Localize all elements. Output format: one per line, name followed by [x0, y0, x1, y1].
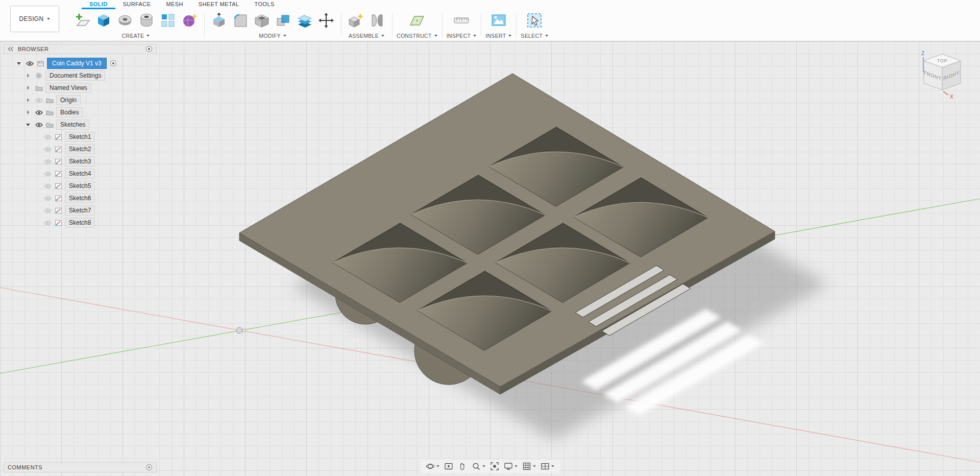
display-settings-button[interactable]: [503, 461, 518, 471]
browser-item-sketches[interactable]: Sketches: [4, 118, 157, 131]
group-label-assemble[interactable]: ASSEMBLE: [349, 32, 384, 40]
browser-item-document-settings[interactable]: Document Settings: [4, 69, 157, 82]
insert-canvas-button[interactable]: [488, 10, 509, 31]
sketch-icon: [54, 170, 62, 178]
browser-item-label[interactable]: Sketch8: [65, 218, 95, 228]
browser-item-sketch5[interactable]: Sketch5: [4, 180, 157, 192]
shell-button[interactable]: [252, 10, 272, 31]
press-pull-button[interactable]: [209, 10, 229, 31]
visibility-eye-off-icon[interactable]: [43, 145, 52, 153]
root-component-label[interactable]: Coin Caddy V1 v3: [47, 58, 107, 69]
group-label-text: MODIFY: [259, 33, 281, 39]
offset-face-button[interactable]: [295, 10, 315, 31]
tab-solid[interactable]: SOLID: [82, 0, 115, 9]
orbit-button[interactable]: [425, 461, 440, 471]
browser-item-label[interactable]: Named Views: [45, 83, 91, 93]
fit-button[interactable]: [489, 461, 500, 471]
group-label-modify[interactable]: MODIFY: [259, 32, 286, 40]
browser-item-label[interactable]: Sketch1: [65, 132, 95, 142]
move-copy-button[interactable]: [316, 10, 336, 31]
visibility-eye-off-icon[interactable]: [43, 206, 52, 215]
activate-component-icon[interactable]: [109, 59, 117, 67]
browser-item-label[interactable]: Sketch3: [65, 156, 95, 166]
browser-item-label[interactable]: Bodies: [56, 107, 83, 117]
joint-button[interactable]: [367, 10, 387, 31]
browser-item-label[interactable]: Sketch4: [65, 169, 95, 179]
browser-item-named-views[interactable]: Named Views: [4, 82, 157, 94]
select-button[interactable]: [524, 10, 545, 31]
browser-item-origin[interactable]: Origin: [4, 94, 157, 106]
browser-item-label[interactable]: Sketch7: [65, 205, 95, 216]
disclosure-closed-icon[interactable]: [27, 86, 30, 90]
browser-item-sketch8[interactable]: Sketch8: [4, 217, 157, 229]
group-label-create[interactable]: CREATE: [122, 32, 150, 40]
group-label-insert[interactable]: INSERT: [485, 32, 511, 40]
disclosure-closed-icon[interactable]: [27, 74, 30, 78]
revolve-button[interactable]: [115, 10, 135, 31]
component-icon: [36, 59, 44, 67]
pan-button[interactable]: [457, 461, 468, 471]
visibility-eye-icon[interactable]: [26, 59, 34, 67]
tab-mesh[interactable]: MESH: [158, 0, 190, 9]
browser-item-sketch1[interactable]: Sketch1: [4, 131, 157, 143]
measure-button[interactable]: [451, 10, 472, 31]
browser-item-sketch3[interactable]: Sketch3: [4, 155, 157, 168]
create-sketch-button[interactable]: [72, 10, 92, 31]
visibility-eye-icon[interactable]: [35, 108, 43, 116]
visibility-eye-icon[interactable]: [35, 121, 43, 129]
group-label-select[interactable]: SELECT: [521, 32, 548, 40]
browser-item-label[interactable]: Sketch5: [65, 181, 95, 191]
new-component-button[interactable]: [346, 10, 366, 31]
browser-item-label[interactable]: Sketches: [56, 120, 89, 130]
viewports-button[interactable]: [540, 461, 555, 471]
visibility-eye-off-icon[interactable]: [43, 170, 52, 178]
toolbar-group-insert: INSERT: [481, 9, 516, 41]
workspace-selector[interactable]: DESIGN: [10, 6, 59, 32]
collapse-panel-icon[interactable]: [8, 46, 14, 52]
hole-button[interactable]: [136, 10, 157, 31]
caret-down-icon: [514, 465, 518, 467]
view-cube[interactable]: Z TOP FRONT RIGHT X: [917, 49, 970, 102]
browser-item-label[interactable]: Sketch6: [65, 193, 95, 203]
visibility-eye-off-icon[interactable]: [43, 157, 52, 165]
tab-tools[interactable]: TOOLS: [247, 0, 282, 9]
browser-item-sketch6[interactable]: Sketch6: [4, 192, 157, 204]
browser-item-sketch7[interactable]: Sketch7: [4, 204, 157, 217]
add-comment-icon[interactable]: [145, 464, 153, 471]
disclosure-closed-icon[interactable]: [27, 98, 30, 102]
browser-item-label[interactable]: Document Settings: [45, 70, 105, 81]
fillet-button[interactable]: [230, 10, 251, 31]
browser-item-bodies[interactable]: Bodies: [4, 106, 157, 118]
disclosure-open-icon[interactable]: [26, 124, 30, 126]
disclosure-closed-icon[interactable]: [27, 110, 30, 114]
combine-button[interactable]: [273, 10, 293, 31]
extrude-button[interactable]: [93, 10, 114, 31]
form-button[interactable]: [179, 10, 200, 31]
visibility-eye-off-icon[interactable]: [43, 133, 52, 141]
offset-face-icon: [296, 12, 313, 29]
pattern-button[interactable]: [158, 10, 178, 31]
sketch-icon: [54, 157, 62, 165]
construction-plane-button[interactable]: [407, 10, 427, 31]
grid-settings-button[interactable]: [522, 461, 536, 471]
group-label-construct[interactable]: CONSTRUCT: [397, 32, 437, 40]
disclosure-open-icon[interactable]: [17, 62, 21, 65]
visibility-eye-off-icon[interactable]: [43, 219, 52, 227]
visibility-eye-off-icon[interactable]: [35, 96, 43, 104]
visibility-eye-off-icon[interactable]: [43, 182, 52, 190]
zoom-button[interactable]: [471, 461, 486, 471]
browser-item-label[interactable]: Sketch2: [65, 144, 95, 154]
browser-item-sketch4[interactable]: Sketch4: [4, 168, 157, 180]
visibility-eye-off-icon[interactable]: [43, 194, 52, 202]
group-label-inspect[interactable]: INSPECT: [447, 32, 477, 40]
browser-item-root[interactable]: Coin Caddy V1 v3: [4, 57, 157, 69]
tab-surface[interactable]: SURFACE: [115, 0, 159, 9]
top-toolbar: DESIGN SOLID SURFACE MESH SHEET METAL TO…: [0, 0, 980, 41]
comments-header[interactable]: COMMENTS: [4, 462, 157, 472]
browser-header[interactable]: BROWSER: [4, 44, 157, 54]
browser-item-sketch2[interactable]: Sketch2: [4, 143, 157, 155]
tab-sheet-metal[interactable]: SHEET METAL: [191, 0, 247, 9]
look-at-button[interactable]: [444, 461, 454, 471]
browser-item-label[interactable]: Origin: [56, 95, 81, 105]
display-filter-icon[interactable]: [145, 45, 153, 53]
